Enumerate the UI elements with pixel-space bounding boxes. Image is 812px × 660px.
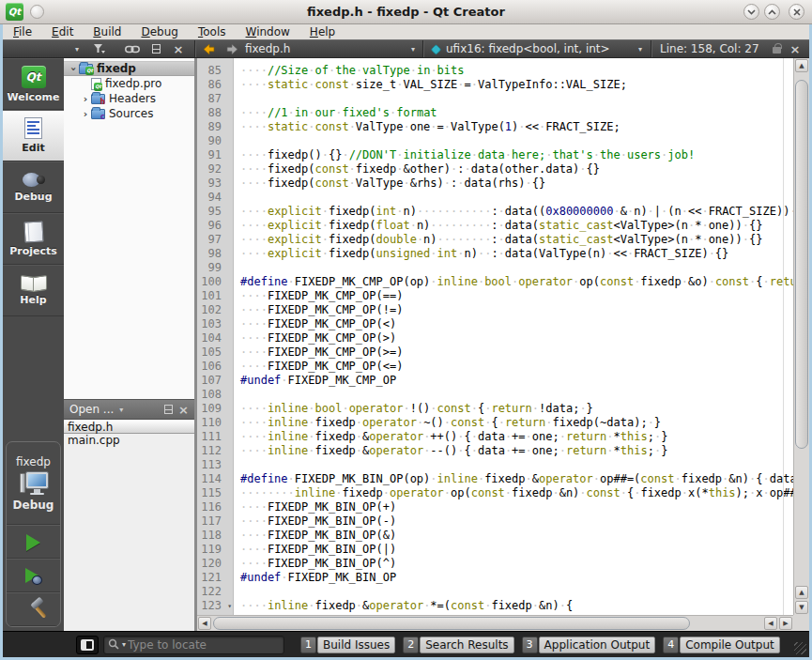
toolbar-separator	[422, 40, 424, 57]
open-file-dropdown-arrow[interactable]: ▾	[406, 40, 420, 57]
code-line: ····fixedp(const·fixedp·&other)·:·data(o…	[240, 162, 793, 177]
pane-shortcut-key: 1	[300, 637, 316, 653]
pane-selector-dropdown[interactable]: ▾	[70, 40, 84, 57]
code-line: ····FIXEDP_MK_BIN_OP(-)	[240, 514, 793, 529]
output-pane-compile-output[interactable]: 4Compile Output	[663, 637, 780, 653]
pane-shortcut-key: 4	[663, 637, 679, 653]
close-button[interactable]	[789, 4, 804, 20]
output-pane-search-results[interactable]: 2Search Results	[403, 637, 513, 653]
menu-tools[interactable]: Tools	[198, 25, 226, 38]
desktop-target-icon	[20, 472, 48, 495]
line-number: 107	[197, 374, 233, 388]
tree-item-headers[interactable]: ›hHeaders	[64, 91, 194, 106]
scroll-up-arrow[interactable]: ▲	[795, 59, 808, 72]
horizontal-scrollbar[interactable]: ◀ ◀ ▶	[197, 615, 793, 631]
scroll-right-arrow[interactable]: ▶	[779, 617, 792, 630]
line-number: 96	[197, 219, 233, 233]
document-icon	[24, 117, 42, 139]
qt-badge: Qt	[94, 83, 102, 91]
line-number: 122	[197, 585, 233, 599]
synchronize-with-editor-icon[interactable]	[123, 40, 142, 57]
filter-icon[interactable]	[91, 40, 108, 57]
menu-edit[interactable]: Edit	[52, 25, 73, 38]
vertical-scrollbar-thumb[interactable]	[795, 80, 808, 449]
expander-icon[interactable]: ›	[80, 93, 91, 105]
scroll-left-arrow[interactable]: ◀	[198, 617, 211, 630]
mode-button-welcome[interactable]: QtWelcome	[3, 58, 64, 110]
open-file-dropdown[interactable]: fixedp.h	[245, 42, 290, 55]
code-line: ····inline·bool·operator·!()·const·{·ret…	[240, 402, 793, 416]
qt-creator-app-icon: Qt	[6, 3, 23, 21]
menu-debug[interactable]: Debug	[141, 25, 177, 38]
minimize-button[interactable]	[743, 4, 759, 20]
line-number: 90	[197, 134, 233, 148]
expander-icon[interactable]: ›	[68, 63, 80, 74]
output-pane-application-output[interactable]: 3Application Output	[522, 637, 656, 653]
code-line: ····//Size·of·the·valType·in·bits	[240, 64, 793, 78]
split-pane-icon[interactable]	[164, 405, 173, 414]
tree-item-fixedp[interactable]: ›Qtfixedp	[64, 61, 194, 76]
go-back-icon[interactable]	[202, 40, 217, 57]
locator-filter-arrow[interactable]: ▾	[122, 640, 126, 649]
scroll-up-arrow[interactable]: ▲	[795, 586, 808, 599]
output-pane-build-issues[interactable]: 1Build Issues	[300, 637, 395, 653]
code-line: #undef·FIXEDP_MK_CMP_OP	[240, 374, 793, 388]
code-editor[interactable]: 8586878889909192939495969798991001011021…	[197, 58, 809, 631]
locator-search[interactable]: ▾	[103, 636, 284, 654]
mode-button-debug[interactable]: Debug	[3, 161, 64, 213]
mode-label: Help	[20, 294, 46, 306]
build-button[interactable]	[7, 592, 60, 626]
open-documents-header: Open ... ▾ ×	[64, 399, 194, 420]
code-line: ····inline·fixedp·&operator·--()·{·data·…	[240, 444, 793, 458]
menu-build[interactable]: Build	[93, 25, 121, 38]
pane-label: Application Output	[539, 637, 656, 653]
go-forward-icon[interactable]	[224, 40, 239, 57]
symbol-dropdown-arrow[interactable]: ▾	[634, 40, 647, 57]
close-pane-icon[interactable]: ×	[172, 40, 185, 57]
code-line: ····fixedp()·{}·//DON'T·initialize·data·…	[240, 148, 793, 162]
fold-marker-icon[interactable]: ▾	[227, 599, 232, 613]
menu-help[interactable]: Help	[310, 25, 335, 38]
main-area: QtWelcomeEditDebugProjectsHelp fixedp De…	[3, 58, 809, 631]
scroll-down-arrow[interactable]: ▼	[795, 601, 808, 614]
vertical-scrollbar[interactable]: ▲ ▲ ▼	[793, 58, 809, 615]
output-pane-buttons: 1Build Issues2Search Results3Application…	[300, 637, 780, 653]
window-frame: FileEditBuildDebugToolsWindowHelp ▾ × fi…	[0, 24, 812, 660]
open-document-fixedp-h[interactable]: fixedp.h	[64, 420, 194, 434]
close-editor-icon[interactable]: ×	[789, 40, 802, 57]
code-text-area[interactable]: ····//Size·of·the·valType·in·bits····sta…	[235, 58, 793, 615]
maximize-button[interactable]	[764, 4, 780, 20]
window-menu-button[interactable]	[30, 5, 44, 19]
tree-label: Headers	[109, 92, 156, 105]
symbol-dropdown[interactable]: ufix16: fixedp<bool, int, int>	[446, 42, 610, 55]
mode-label: Welcome	[8, 91, 60, 103]
debug-run-button[interactable]	[7, 559, 60, 592]
open-documents-title: Open ...	[69, 403, 114, 416]
locator-input[interactable]	[128, 638, 280, 652]
line-number: 112	[197, 444, 233, 458]
line-number: 89	[197, 120, 233, 134]
target-project-name: fixedp	[16, 455, 51, 468]
toggle-sidebar-button[interactable]	[76, 636, 99, 654]
mode-label: Debug	[14, 191, 52, 203]
menu-window[interactable]: Window	[246, 25, 290, 38]
mode-button-help[interactable]: Help	[3, 265, 64, 316]
menu-file[interactable]: File	[13, 25, 32, 38]
open-document-main-cpp[interactable]: main.cpp	[64, 434, 194, 448]
scroll-left-arrow[interactable]: ◀	[764, 617, 777, 630]
mode-button-edit[interactable]: Edit	[3, 110, 64, 161]
target-selector[interactable]: fixedp Debug	[7, 442, 60, 525]
file-lock-icon[interactable]	[773, 47, 781, 54]
tree-item-fixedp-pro[interactable]: Qtfixedp.pro	[64, 76, 194, 91]
mode-button-projects[interactable]: Projects	[3, 213, 64, 265]
line-number: 85	[197, 64, 233, 78]
resize-grip[interactable]	[794, 642, 806, 654]
tree-item-sources[interactable]: ›cSources	[64, 106, 194, 121]
project-tree: ›QtfixedpQtfixedp.pro›hHeaders›cSources	[64, 58, 194, 399]
split-pane-icon[interactable]	[149, 40, 162, 57]
close-pane-icon[interactable]: ×	[178, 404, 189, 416]
open-documents-dropdown-arrow[interactable]: ▾	[119, 406, 123, 414]
horizontal-scrollbar-thumb[interactable]	[213, 617, 690, 630]
expander-icon[interactable]: ›	[80, 108, 91, 120]
run-button[interactable]	[7, 525, 60, 559]
